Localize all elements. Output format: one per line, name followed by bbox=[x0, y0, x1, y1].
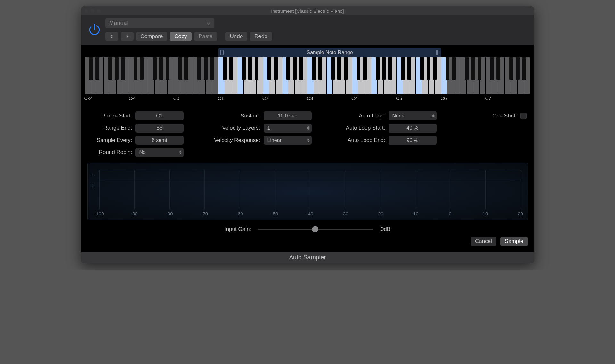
black-key[interactable] bbox=[318, 57, 322, 80]
level-meter: L R -100-90-80-70-60-50-40-30-20-1001020 bbox=[87, 163, 528, 220]
black-key[interactable] bbox=[184, 57, 188, 80]
range-end-field[interactable]: B5 bbox=[135, 124, 184, 133]
velocity-layers-select[interactable]: 1 bbox=[264, 124, 312, 133]
black-key[interactable] bbox=[115, 57, 119, 80]
auto-loop-start-field[interactable]: 40 % bbox=[389, 124, 437, 133]
black-key[interactable] bbox=[299, 57, 303, 80]
black-key[interactable] bbox=[407, 57, 411, 80]
round-robin-select[interactable]: No bbox=[135, 148, 184, 157]
range-handle-left[interactable] bbox=[219, 48, 225, 57]
minimize-icon[interactable] bbox=[91, 9, 94, 13]
cancel-button[interactable]: Cancel bbox=[471, 237, 496, 246]
redo-button[interactable]: Redo bbox=[250, 32, 272, 41]
octave-label: C1 bbox=[218, 95, 224, 101]
octave-label: C-2 bbox=[84, 95, 92, 101]
black-key[interactable] bbox=[452, 57, 456, 80]
black-key[interactable] bbox=[401, 57, 405, 80]
black-key[interactable] bbox=[509, 57, 513, 80]
window-controls[interactable] bbox=[84, 9, 101, 13]
close-icon[interactable] bbox=[84, 9, 88, 13]
input-gain-label: Input Gain: bbox=[225, 226, 251, 232]
round-robin-label: Round Robin: bbox=[87, 149, 135, 156]
black-key[interactable] bbox=[229, 57, 233, 80]
black-key[interactable] bbox=[382, 57, 386, 80]
black-key[interactable] bbox=[140, 57, 144, 80]
range-handle-right[interactable] bbox=[435, 48, 440, 57]
one-shot-checkbox[interactable] bbox=[520, 113, 527, 119]
black-key[interactable] bbox=[496, 57, 500, 80]
black-key[interactable] bbox=[471, 57, 475, 80]
black-key[interactable] bbox=[197, 57, 201, 80]
sample-every-field[interactable]: 6 semi bbox=[135, 136, 184, 145]
auto-loop-select[interactable]: None bbox=[389, 111, 437, 120]
velocity-response-select[interactable]: Linear bbox=[264, 136, 312, 145]
black-key[interactable] bbox=[166, 57, 169, 80]
keyboard[interactable] bbox=[85, 57, 530, 94]
black-key[interactable] bbox=[95, 57, 99, 80]
black-key[interactable] bbox=[312, 57, 316, 80]
black-key[interactable] bbox=[465, 57, 469, 80]
black-key[interactable] bbox=[293, 57, 297, 80]
black-key[interactable] bbox=[427, 57, 430, 80]
octave-label: C5 bbox=[396, 95, 402, 101]
power-button[interactable] bbox=[87, 22, 102, 37]
black-key[interactable] bbox=[274, 57, 278, 80]
range-header-label: Sample Note Range bbox=[307, 50, 353, 55]
titlebar[interactable]: Instrument [Classic Electric Piano] bbox=[81, 6, 534, 15]
prev-preset-button[interactable] bbox=[105, 32, 118, 41]
black-key[interactable] bbox=[178, 57, 182, 80]
black-key[interactable] bbox=[153, 57, 157, 80]
black-key[interactable] bbox=[331, 57, 335, 80]
black-key[interactable] bbox=[433, 57, 437, 80]
meter-tick-label: -90 bbox=[131, 211, 138, 216]
black-key[interactable] bbox=[344, 57, 348, 80]
black-key[interactable] bbox=[89, 57, 93, 80]
black-key[interactable] bbox=[108, 57, 112, 80]
black-key[interactable] bbox=[357, 57, 360, 80]
black-key[interactable] bbox=[210, 57, 214, 80]
black-key[interactable] bbox=[420, 57, 424, 80]
black-key[interactable] bbox=[522, 57, 526, 80]
black-key[interactable] bbox=[204, 57, 208, 80]
chevron-left-icon bbox=[110, 35, 113, 38]
black-key[interactable] bbox=[134, 57, 138, 80]
meter-tick-label: -70 bbox=[201, 211, 208, 216]
black-key[interactable] bbox=[490, 57, 494, 80]
black-key[interactable] bbox=[267, 57, 271, 80]
black-key[interactable] bbox=[363, 57, 367, 80]
black-key[interactable] bbox=[516, 57, 520, 80]
range-start-field[interactable]: C1 bbox=[135, 111, 184, 120]
stepper-icon bbox=[179, 151, 182, 154]
black-key[interactable] bbox=[478, 57, 481, 80]
paste-button[interactable]: Paste bbox=[194, 32, 217, 41]
black-key[interactable] bbox=[121, 57, 125, 80]
sustain-field[interactable]: 10.0 sec bbox=[264, 111, 312, 120]
sample-range-header[interactable]: Sample Note Range bbox=[218, 48, 441, 57]
zoom-icon[interactable] bbox=[97, 9, 101, 13]
compare-button[interactable]: Compare bbox=[136, 32, 168, 41]
parameter-grid: Range Start: C1 Sustain: 10.0 sec Auto L… bbox=[87, 111, 528, 157]
undo-button[interactable]: Undo bbox=[226, 32, 248, 41]
black-key[interactable] bbox=[248, 57, 252, 80]
content-area: Sample Note Range C-2C-1C0C1C2C3C4C5C6C7… bbox=[81, 45, 534, 252]
black-key[interactable] bbox=[286, 57, 290, 80]
black-key[interactable] bbox=[159, 57, 163, 80]
slider-thumb[interactable] bbox=[312, 226, 318, 232]
next-preset-button[interactable] bbox=[121, 32, 134, 41]
stepper-icon bbox=[307, 139, 310, 142]
chevron-right-icon bbox=[126, 35, 129, 38]
sample-button[interactable]: Sample bbox=[500, 237, 528, 246]
black-key[interactable] bbox=[388, 57, 392, 80]
black-key[interactable] bbox=[242, 57, 246, 80]
preset-select[interactable]: Manual bbox=[105, 18, 214, 28]
octave-label: C0 bbox=[173, 95, 179, 101]
auto-loop-end-field[interactable]: 90 % bbox=[389, 136, 437, 145]
black-key[interactable] bbox=[255, 57, 258, 80]
copy-button[interactable]: Copy bbox=[170, 32, 192, 41]
black-key[interactable] bbox=[376, 57, 380, 80]
black-key[interactable] bbox=[223, 57, 227, 80]
input-gain-slider[interactable] bbox=[258, 226, 373, 232]
toolbar: Manual Compare Copy Paste Undo Redo bbox=[81, 15, 534, 45]
black-key[interactable] bbox=[446, 57, 449, 80]
black-key[interactable] bbox=[337, 57, 341, 80]
